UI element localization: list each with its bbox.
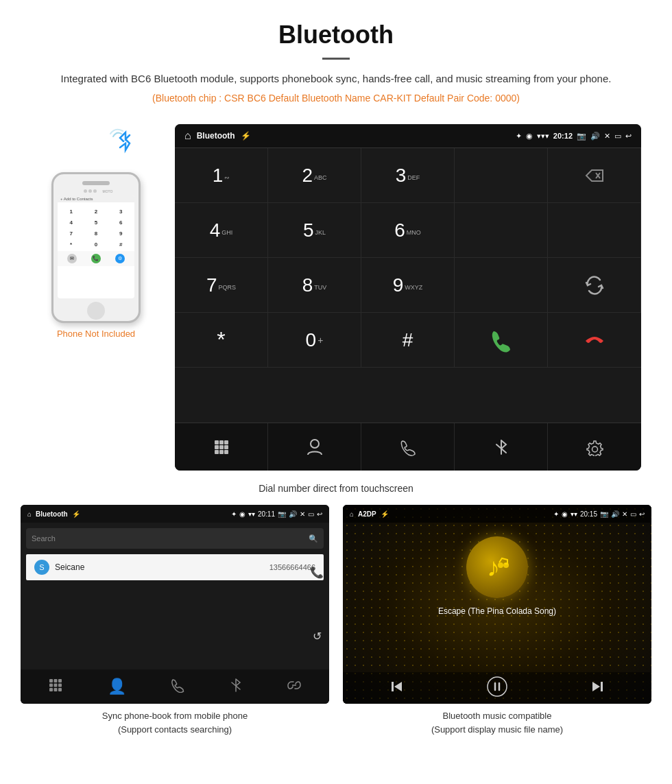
pb-tb-link[interactable] — [287, 678, 302, 696]
svg-rect-18 — [54, 688, 58, 691]
pb-tb-dialpad[interactable] — [48, 678, 63, 696]
svg-rect-1 — [219, 440, 224, 444]
music-next-btn[interactable] — [589, 678, 605, 698]
ms-vol-icon: 🔊 — [611, 510, 619, 518]
pb-tb-contacts[interactable]: 👤 — [108, 678, 126, 696]
pb-toolbar: 👤 — [21, 669, 329, 704]
phone-home-button — [87, 302, 105, 320]
pb-x-icon: ✕ — [300, 510, 305, 518]
dial-sync[interactable] — [548, 258, 641, 313]
toolbar-bluetooth-btn[interactable] — [455, 423, 548, 471]
bluetooth-signal-icon — [106, 124, 141, 158]
statusbar-left: ⌂ Bluetooth ⚡ — [184, 130, 251, 142]
page-header: Bluetooth Integrated with BC6 Bluetooth … — [0, 0, 672, 110]
header-description: Integrated with BC6 Bluetooth module, su… — [41, 71, 631, 87]
svg-rect-3 — [215, 445, 219, 449]
ms-signal-icon: ▾▾ — [571, 510, 577, 518]
dial-key-9[interactable]: 9WXYZ — [361, 258, 455, 313]
statusbar-right: ✦ ◉ ▾▾▾ 20:12 📷 🔊 ✕ ▭ ↩ — [516, 132, 632, 141]
pb-title: Bluetooth — [36, 510, 68, 518]
dial-backspace[interactable] — [548, 148, 641, 203]
pb-call-icon[interactable]: 📞 — [310, 566, 324, 579]
bluetooth-icon: ✦ — [516, 132, 522, 141]
svg-rect-4 — [219, 445, 224, 449]
phonebook-caption: Sync phone-book from mobile phone (Suppo… — [21, 709, 329, 736]
dial-key-1[interactable]: 1∾ — [175, 148, 268, 203]
home-icon: ⌂ — [184, 130, 191, 142]
pb-bt-icon: ✦ — [231, 510, 237, 518]
svg-rect-2 — [224, 440, 228, 444]
phone-mockup: MOTO + Add to Contacts 123 456 789 *0# ✉… — [31, 124, 161, 339]
music-caption: Bluetooth music compatible (Support disp… — [343, 709, 651, 736]
svg-point-22 — [503, 562, 509, 568]
title-divider — [322, 58, 350, 60]
svg-rect-5 — [224, 445, 228, 449]
phone-screen: + Add to Contacts 123 456 789 *0# ✉ 📞 ⚙ — [58, 195, 134, 298]
pb-vol-icon: 🔊 — [289, 510, 297, 518]
music-content: ♪ Escape (The Pina Colada Song) — [343, 523, 651, 671]
signal-icon: ▾▾▾ — [537, 132, 549, 141]
dial-key-4[interactable]: 4GHI — [175, 203, 268, 258]
dial-key-8[interactable]: 8TUV — [268, 258, 361, 313]
pb-tb-phone[interactable] — [170, 678, 185, 696]
pb-search-placeholder: Search — [32, 534, 309, 543]
dialpad-caption: Dial number direct from touchscreen — [0, 477, 672, 505]
svg-rect-8 — [224, 450, 228, 454]
dial-key-6[interactable]: 6MNO — [361, 203, 455, 258]
music-prev-btn[interactable] — [389, 678, 405, 698]
phonebook-search[interactable]: Search 🔍 — [26, 528, 324, 549]
contact-row[interactable]: S Seicane 13566664466 — [26, 554, 324, 580]
phonebook-block: ⌂ Bluetooth ⚡ ✦ ◉ ▾▾ 20:11 📷 🔊 ✕ ▭ ↩ — [21, 505, 329, 736]
music-statusbar: ⌂ A2DP ⚡ ✦ ◉ ▾▾ 20:15 📷 🔊 ✕ ▭ ↩ — [343, 505, 651, 523]
dial-key-hash[interactable]: # — [361, 313, 455, 368]
pb-loc-icon: ◉ — [239, 510, 245, 518]
back-icon: ↩ — [625, 132, 632, 141]
svg-point-21 — [498, 562, 503, 568]
toolbar-dialpad-btn[interactable] — [175, 423, 268, 471]
location-icon: ◉ — [526, 132, 533, 141]
dial-key-7[interactable]: 7PQRS — [175, 258, 268, 313]
toolbar-contacts-btn[interactable] — [268, 423, 361, 471]
music-play-pause-btn[interactable] — [487, 676, 507, 700]
svg-point-10 — [592, 447, 598, 452]
phone-not-included-label: Phone Not Included — [57, 329, 135, 339]
pb-home-icon: ⌂ — [27, 510, 32, 518]
pb-right-icons: 📞 ↺ — [310, 546, 324, 663]
dial-key-3[interactable]: 3DEF — [361, 148, 455, 203]
usb-icon: ⚡ — [241, 131, 251, 141]
pb-win-icon: ▭ — [308, 510, 314, 518]
page-title: Bluetooth — [41, 21, 631, 49]
pb-signal-icon: ▾▾ — [248, 510, 255, 518]
toolbar-phone-btn[interactable] — [361, 423, 455, 471]
dial-key-0[interactable]: 0+ — [268, 313, 361, 368]
search-icon: 🔍 — [309, 534, 318, 543]
window-icon: ▭ — [614, 132, 621, 141]
album-art: ♪ — [466, 536, 528, 598]
dial-key-2[interactable]: 2ABC — [268, 148, 361, 203]
dial-key-5[interactable]: 5JKL — [268, 203, 361, 258]
ms-win-icon: ▭ — [630, 510, 636, 518]
dialpad-statusbar: ⌂ Bluetooth ⚡ ✦ ◉ ▾▾▾ 20:12 📷 🔊 ✕ ▭ ↩ — [175, 124, 641, 147]
camera-icon: 📷 — [577, 132, 586, 141]
time-display: 20:12 — [553, 132, 573, 140]
pb-sync-icon[interactable]: ↺ — [313, 630, 322, 643]
toolbar-settings-btn[interactable] — [548, 423, 641, 471]
dial-call-button[interactable] — [455, 313, 548, 368]
svg-text:♪: ♪ — [487, 553, 500, 582]
ms-bt-icon: ✦ — [553, 510, 559, 518]
phonebook-screen: ⌂ Bluetooth ⚡ ✦ ◉ ▾▾ 20:11 📷 🔊 ✕ ▭ ↩ — [21, 505, 329, 704]
dial-key-star[interactable]: * — [175, 313, 268, 368]
dial-empty-3 — [548, 203, 641, 258]
ms-cam-icon: 📷 — [600, 510, 608, 518]
music-caption-line1: Bluetooth music compatible — [443, 711, 552, 721]
pb-tb-bluetooth[interactable] — [230, 677, 242, 697]
music-block: ⌂ A2DP ⚡ ✦ ◉ ▾▾ 20:15 📷 🔊 ✕ ▭ ↩ — [343, 505, 651, 736]
ms-title: A2DP — [358, 510, 376, 518]
statusbar-title: Bluetooth — [197, 131, 235, 141]
contact-name: Seicane — [55, 562, 269, 572]
music-screen: ⌂ A2DP ⚡ ✦ ◉ ▾▾ 20:15 📷 🔊 ✕ ▭ ↩ — [343, 505, 651, 704]
song-title: Escape (The Pina Colada Song) — [438, 606, 556, 616]
dial-empty-2 — [455, 203, 548, 258]
svg-rect-25 — [601, 682, 603, 691]
dial-end-call-button[interactable] — [548, 313, 641, 368]
